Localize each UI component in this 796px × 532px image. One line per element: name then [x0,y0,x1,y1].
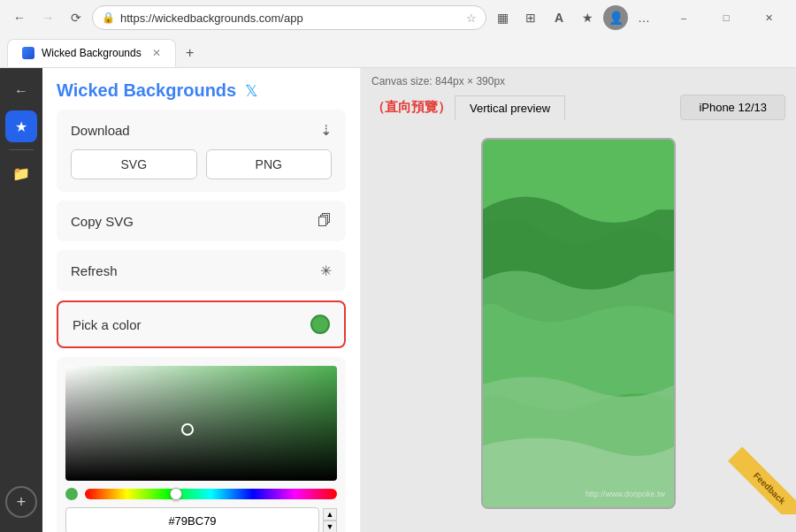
svg-button[interactable]: SVG [71,149,197,179]
copy-svg-section: Copy SVG 🗍 [57,201,346,241]
vertical-annotation: （直向預覽） [371,99,451,116]
feedback-label[interactable]: Feedback [728,446,796,514]
hue-slider-container [65,488,337,500]
download-row: Download ⇣ [71,122,332,139]
forward-button[interactable]: → [35,5,60,30]
copy-svg-label: Copy SVG [71,214,134,229]
new-tab-button[interactable]: + [178,41,203,65]
panel-header: Wicked Backgrounds 𝕏 [42,68,360,110]
hue-slider[interactable] [85,489,337,499]
tab-favicon [22,47,34,59]
grid-icon[interactable]: ⊞ [518,5,543,30]
png-button[interactable]: PNG [206,149,333,179]
color-gradient[interactable] [65,366,337,481]
hex-up-button[interactable]: ▲ [323,508,337,521]
minimize-button[interactable]: – [663,4,704,32]
sidebar-collections-button[interactable]: 📁 [5,157,37,189]
pick-color-section: Pick a color 選擇顏色 [57,300,346,348]
green-dot [65,488,78,500]
browser-chrome: ← → ⟳ 🔒 https://wickedbackgrounds.com/ap… [0,0,796,68]
back-button[interactable]: ← [7,5,32,30]
app-title: Wicked Backgrounds [57,80,236,101]
sidebar-discover-button[interactable]: ★ [5,110,37,142]
canvas-info: Canvas size: 844px × 390px [361,68,796,95]
address-bar[interactable]: 🔒 https://wickedbackgrounds.com/app ☆ [92,5,486,30]
refresh-section: Refresh ✳ [57,250,346,292]
canvas-size-text: Canvas size: 844px × 390px [371,75,505,87]
url-text: https://wickedbackgrounds.com/app [120,11,461,25]
tab-title: Wicked Backgrounds [42,47,142,59]
profile-icon[interactable]: 👤 [603,5,628,30]
hex-down-button[interactable]: ▼ [323,521,337,532]
hue-thumb[interactable] [170,488,182,500]
feedback-ribbon[interactable]: Feedback [725,444,796,514]
hex-input[interactable] [65,507,319,532]
refresh-icon[interactable]: ✳ [320,262,332,279]
preview-tabs: （直向預覽） Vertical preview iPhone 12/13 [361,95,796,120]
watermark-text: http://www.doopoke.tw [586,490,665,498]
split-screen-icon[interactable]: ▦ [490,5,515,30]
twitter-icon[interactable]: 𝕏 [245,81,258,101]
tabs-bar: Wicked Backgrounds ✕ + [0,35,796,67]
download-icon[interactable]: ⇣ [320,122,332,139]
color-cursor[interactable] [181,423,194,436]
sidebar-add-button[interactable]: + [5,486,37,518]
close-button[interactable]: ✕ [748,4,789,32]
download-buttons: SVG PNG [71,149,332,179]
sidebar-divider [9,149,34,150]
copy-icon[interactable]: 🗍 [318,213,332,229]
refresh-label: Refresh [71,263,118,278]
refresh-row: Refresh ✳ [71,262,332,279]
copy-svg-row: Copy SVG 🗍 [71,213,332,229]
tab-close-icon[interactable]: ✕ [152,47,161,59]
vertical-preview-tab[interactable]: Vertical preview [455,95,565,120]
color-indicator[interactable] [310,315,330,334]
browser-actions: ▦ ⊞ A ★ 👤 … [490,5,656,30]
background-svg [483,140,674,507]
edge-sidebar: ← ★ 📁 + [0,68,42,532]
page-content: Wicked Backgrounds 𝕏 Download ⇣ SVG PNG [42,68,796,532]
refresh-nav-button[interactable]: ⟳ [64,5,88,30]
panel-body[interactable]: Download ⇣ SVG PNG Copy SVG 🗍 [42,110,360,532]
device-tab[interactable]: iPhone 12/13 [680,95,785,120]
color-picker-area[interactable]: ▲ ▼ [57,357,346,532]
download-label: Download [71,123,130,138]
hex-arrows: ▲ ▼ [323,508,337,532]
right-panel: Canvas size: 844px × 390px （直向預覽） Vertic… [361,68,796,532]
favorites-icon[interactable]: ★ [575,5,600,30]
main-area: ← ★ 📁 + Wicked Backgrounds 𝕏 Download ⇣ [0,68,796,532]
download-section: Download ⇣ SVG PNG [57,110,346,192]
phone-preview: http://www.doopoke.tw [481,138,676,509]
left-panel: Wicked Backgrounds 𝕏 Download ⇣ SVG PNG [42,68,361,532]
pick-color-row: Pick a color [73,315,330,334]
window-controls: – □ ✕ [663,4,789,32]
sidebar-back-button[interactable]: ← [5,75,37,107]
star-icon[interactable]: ☆ [466,11,477,25]
active-tab[interactable]: Wicked Backgrounds ✕ [7,39,176,67]
font-icon[interactable]: A [547,5,571,30]
maximize-button[interactable]: □ [706,4,746,32]
pick-color-label: Pick a color [73,317,142,332]
hex-input-row: ▲ ▼ [65,507,337,532]
more-button[interactable]: … [631,5,656,30]
lock-icon: 🔒 [102,11,115,24]
canvas-area: http://www.doopoke.tw Feedback [361,120,796,532]
